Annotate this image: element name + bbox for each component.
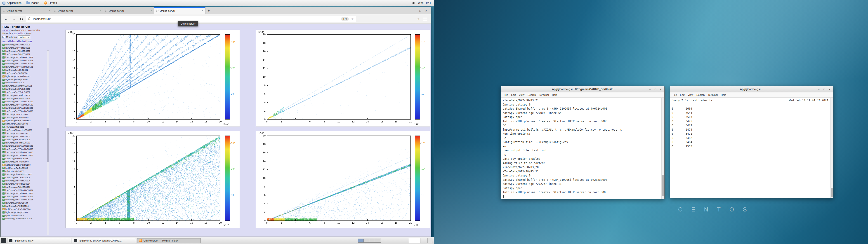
- tree-item[interactable]: lowEnergyEvsXPlateUsDS501: [2, 56, 48, 59]
- tree-item[interactable]: lowEnergyExvsEyDS501: [2, 68, 48, 72]
- refresh-button[interactable]: [18, 16, 25, 22]
- tree-item[interactable]: lowEnergyXvsTotalEDS502: [2, 94, 48, 97]
- tree-item[interactable]: lowEnergyEvsYRateDS503: [2, 135, 48, 138]
- tree-item[interactable]: cyhAdcLastTsDS504: [2, 214, 48, 217]
- menu-file[interactable]: File: [502, 94, 510, 96]
- scrollbar-thumb[interactable]: [662, 175, 664, 196]
- site-info-icon[interactable]: i: [28, 18, 31, 20]
- action-open-all[interactable]: open all: [2, 40, 10, 42]
- tab-close-icon[interactable]: ×: [100, 9, 101, 12]
- terminal-scrollbar[interactable]: [661, 98, 664, 199]
- menu-view[interactable]: View: [517, 94, 526, 96]
- sidebar-scrollbar[interactable]: [47, 50, 49, 235]
- tree-item[interactable]: lowEnergyEvsYPlateUsDS503: [2, 148, 48, 151]
- browser-tab[interactable]: Online server×: [154, 7, 206, 14]
- tree-item[interactable]: highEnergyEvsEpDS503: [2, 166, 48, 170]
- tree-item[interactable]: lowEnergyEvsYRateDS501: [2, 46, 48, 50]
- monitoring-checkbox[interactable]: ✓: [2, 36, 5, 38]
- maximize-button[interactable]: □: [822, 87, 826, 91]
- tree-item[interactable]: lowEnergyYvsTotalEDS503: [2, 141, 48, 144]
- zoom-indicator[interactable]: 80%: [341, 18, 349, 21]
- workspace-3[interactable]: [369, 239, 375, 242]
- terminal-output[interactable]: /TapeData/G22-88/R3_21Opening dataspy 0d…: [501, 98, 664, 199]
- tree-item[interactable]: lowEnergyEvsXPlateDsDS501: [2, 62, 48, 65]
- bookmark-star-icon[interactable]: ☆: [351, 17, 354, 21]
- tab-close-icon[interactable]: ×: [151, 9, 152, 12]
- action-close-all[interactable]: close all: [11, 40, 19, 42]
- action-clear[interactable]: clear: [28, 40, 32, 42]
- menu-edit[interactable]: Edit: [679, 94, 686, 96]
- tree-item[interactable]: highEnergyEdEpPairDS501: [2, 75, 48, 78]
- tree-item[interactable]: lowEnergyEvsXRateDS502: [2, 87, 48, 91]
- tree-item[interactable]: lowEnergyEvsXRateDS504: [2, 176, 48, 179]
- tree-item[interactable]: lowEnergyEvsXRateDS503: [2, 132, 48, 135]
- tab-close-icon[interactable]: ×: [49, 9, 50, 12]
- menu-view[interactable]: View: [686, 94, 695, 96]
- terminal-launcher-icon[interactable]: [1, 238, 6, 243]
- tree-item[interactable]: lowEnergyExvsEyDS503: [2, 157, 48, 160]
- terminal-scrollbar[interactable]: [830, 98, 833, 198]
- workspace-4[interactable]: [375, 239, 381, 242]
- volume-icon[interactable]: [412, 2, 416, 4]
- tree-item[interactable]: lowEnergyEvsYRateDS504: [2, 179, 48, 182]
- tree-item[interactable]: lowEnergyYvsTotalEDS501: [2, 53, 48, 56]
- plot-top-right[interactable]: [256, 30, 430, 127]
- tree-item[interactable]: lowEnergyEvsTotEDS501: [2, 72, 48, 75]
- plot-canvas[interactable]: [66, 131, 240, 228]
- new-tab-button[interactable]: +: [206, 7, 212, 14]
- tree-item[interactable]: highEnergyEvsEpDS504: [2, 211, 48, 214]
- tree-item[interactable]: lowEnergyEvsXPlateDsDS504: [2, 195, 48, 198]
- menu-icon[interactable]: [423, 18, 427, 20]
- tree-item[interactable]: lowEnergyExvsEyDS502: [2, 113, 48, 116]
- tree-item[interactable]: lowEnergyEvsTotEDS502: [2, 116, 48, 119]
- tree-item[interactable]: highEnergyEdEpPairDS503: [2, 163, 48, 166]
- trash-applet[interactable]: [428, 238, 432, 243]
- panel-menu-places[interactable]: Places: [24, 0, 41, 6]
- url-text[interactable]: localhost:8085: [33, 18, 51, 21]
- plot-canvas[interactable]: [256, 131, 430, 228]
- terminal-titlebar[interactable]: npg@carme-gsi:~ − □ ×: [670, 86, 833, 92]
- minimize-button[interactable]: −: [412, 8, 417, 13]
- panel-menu-applications[interactable]: Applications: [0, 0, 24, 6]
- tree-item[interactable]: lowEnergyXvsTotalEDS503: [2, 138, 48, 141]
- plot-canvas[interactable]: [66, 30, 240, 126]
- hierarchy-link-json[interactable]: json: [22, 32, 25, 34]
- tree-item[interactable]: lowEnergyExvsEyDS504: [2, 201, 48, 205]
- hierarchy-link-xml[interactable]: xml: [18, 32, 21, 34]
- workspace-2[interactable]: [364, 239, 369, 242]
- minimize-button[interactable]: −: [817, 87, 821, 91]
- tree-item[interactable]: lowEnergyEvsYPlateUsDS501: [2, 59, 48, 62]
- browser-tab[interactable]: Online server×: [103, 7, 154, 14]
- tree-item[interactable]: lowEnergyEvsYPlateDsDS501: [2, 65, 48, 68]
- tab-close-icon[interactable]: ×: [202, 9, 204, 12]
- menu-search[interactable]: Search: [526, 94, 537, 96]
- tree-item[interactable]: lowEnergyEvsTotEDS504: [2, 205, 48, 208]
- tree-item[interactable]: lowEnergyYvsTotalEDS502: [2, 97, 48, 100]
- tree-item[interactable]: lowEnergyEvsYPlateUsDS502: [2, 103, 48, 106]
- overflow-menu-icon[interactable]: »: [416, 17, 421, 21]
- terminal-titlebar[interactable]: npg@carme-gsi:~/Programs/CARME_Sort/buil…: [501, 86, 664, 92]
- tree-item[interactable]: lowEnergyEvsXPlateDsDS502: [2, 106, 48, 110]
- menu-search[interactable]: Search: [695, 94, 706, 96]
- tree-item[interactable]: lowEnergyEvsTotEDS503: [2, 160, 48, 163]
- maximize-button[interactable]: □: [653, 87, 657, 91]
- taskbar-button[interactable]: npg@carme-gsi:~: [7, 238, 71, 243]
- menu-edit[interactable]: Edit: [510, 94, 518, 96]
- clock[interactable]: Wed 11:44: [418, 1, 431, 4]
- tree-item[interactable]: highEnergyEvsEpDS502: [2, 122, 48, 125]
- menu-terminal[interactable]: Terminal: [706, 94, 719, 96]
- grid-select[interactable]: grid 2x2 ▼: [18, 35, 31, 39]
- tree-item[interactable]: lowEnergyEvsYRateDS502: [2, 91, 48, 94]
- terminal-output[interactable]: Every 2.0s: tail rates.txt Wed Feb 14 11…: [670, 98, 833, 198]
- action-reload[interactable]: reload: [20, 40, 26, 42]
- workspace-switcher[interactable]: [358, 239, 381, 243]
- plot-bottom-right[interactable]: [256, 131, 430, 228]
- hierarchy-link-text[interactable]: text: [14, 32, 18, 34]
- taskbar-button[interactable]: Online server — Mozilla Firefox: [137, 238, 201, 243]
- jsroot-link[interactable]: JSROOT: [2, 29, 11, 31]
- forward-button[interactable]: →: [11, 16, 17, 22]
- browser-tab[interactable]: Online server×: [1, 7, 52, 14]
- scrollbar-thumb[interactable]: [831, 188, 833, 197]
- tree-item[interactable]: highEnergyEdEpPairDS502: [2, 119, 48, 122]
- tree-item[interactable]: lowEnergyChannelvsEDS504: [2, 217, 48, 220]
